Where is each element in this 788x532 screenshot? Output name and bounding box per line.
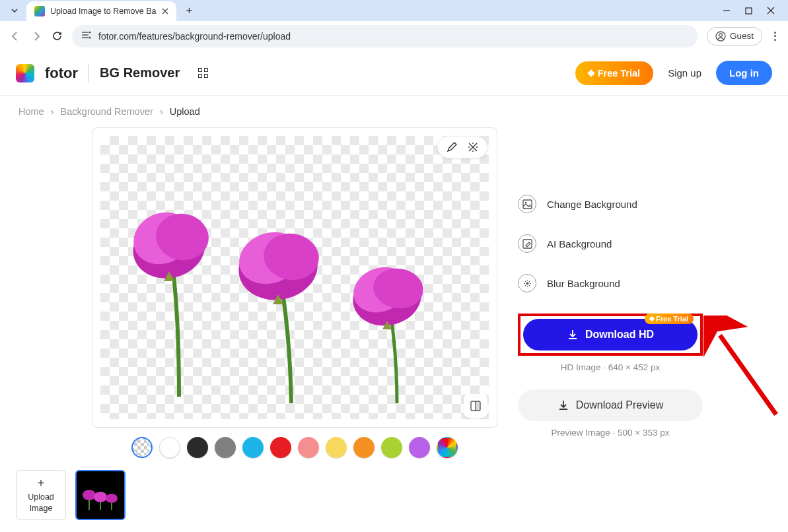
new-tab-button[interactable]: + xyxy=(180,1,199,20)
download-hd-button[interactable]: Download HD Free Trial xyxy=(523,319,698,350)
chevron-right-icon: › xyxy=(160,106,163,117)
canvas-tools xyxy=(437,136,487,158)
fotor-logo-icon[interactable] xyxy=(16,64,34,83)
diamond-icon xyxy=(649,316,655,321)
breadcrumb-current: Upload xyxy=(170,106,200,117)
signup-link[interactable]: Sign up xyxy=(668,67,701,79)
color-swatch[interactable] xyxy=(215,437,236,458)
result-image xyxy=(100,136,489,419)
browser-tab[interactable]: Upload Image to Remove Ba xyxy=(26,1,176,21)
svg-rect-15 xyxy=(476,401,480,411)
browser-toolbar: fotor.com/features/background-remover/up… xyxy=(0,21,788,51)
blur-icon xyxy=(518,274,536,292)
diamond-icon xyxy=(587,69,594,77)
color-swatch[interactable] xyxy=(159,437,180,458)
tab-close-icon[interactable] xyxy=(162,8,168,15)
apps-grid-icon[interactable] xyxy=(198,68,208,78)
free-trial-label: Free Trial xyxy=(598,68,640,79)
back-button[interactable] xyxy=(9,30,21,42)
favicon-icon xyxy=(34,6,45,17)
svg-point-21 xyxy=(530,283,531,284)
download-preview-button[interactable]: Download Preview xyxy=(518,389,703,421)
svg-point-22 xyxy=(526,280,528,281)
minimize-icon[interactable] xyxy=(723,7,731,15)
svg-point-29 xyxy=(83,490,96,500)
color-swatch[interactable] xyxy=(298,437,319,458)
address-bar[interactable]: fotor.com/features/background-remover/up… xyxy=(72,25,698,48)
app-header: fotor BG Remover Free Trial Sign up Log … xyxy=(0,51,788,96)
color-swatch[interactable] xyxy=(409,437,430,458)
download-preview-label: Download Preview xyxy=(576,399,664,411)
download-hd-highlight: Download HD Free Trial xyxy=(518,314,703,356)
browser-menu-icon[interactable] xyxy=(771,29,779,44)
breadcrumb: Home › Background Remover › Upload xyxy=(0,96,788,127)
svg-point-26 xyxy=(524,284,526,286)
chevron-right-icon: › xyxy=(51,106,54,117)
color-swatch[interactable] xyxy=(353,437,375,458)
tab-list-dropdown[interactable] xyxy=(5,3,24,18)
color-swatch[interactable] xyxy=(242,437,264,458)
color-swatch[interactable] xyxy=(187,437,208,458)
reload-button[interactable] xyxy=(52,30,63,42)
option-label: AI Background xyxy=(547,238,612,249)
svg-point-4 xyxy=(719,33,723,36)
image-icon xyxy=(518,195,536,213)
maximize-icon[interactable] xyxy=(745,7,752,15)
site-settings-icon[interactable] xyxy=(81,30,92,42)
blur-background-option[interactable]: Blur Background xyxy=(518,274,703,292)
option-label: Blur Background xyxy=(547,278,620,289)
svg-point-19 xyxy=(526,282,528,284)
image-thumbnail[interactable] xyxy=(75,470,125,520)
free-trial-badge: Free Trial xyxy=(645,314,694,324)
image-canvas[interactable] xyxy=(92,127,497,428)
free-trial-button[interactable]: Free Trial xyxy=(575,61,653,85)
profile-button[interactable]: Guest xyxy=(707,27,762,46)
svg-rect-0 xyxy=(746,8,752,14)
color-swatch[interactable] xyxy=(131,437,153,458)
color-swatch[interactable] xyxy=(437,437,458,458)
upload-image-button[interactable]: + Upload Image xyxy=(16,470,66,520)
brand-name: fotor xyxy=(45,65,78,82)
svg-point-27 xyxy=(528,284,530,286)
svg-point-17 xyxy=(524,201,526,203)
close-window-icon[interactable] xyxy=(767,7,775,15)
color-swatch[interactable] xyxy=(270,437,291,458)
breadcrumb-home[interactable]: Home xyxy=(18,106,44,117)
tab-title: Upload Image to Remove Ba xyxy=(50,7,157,16)
url-text: fotor.com/features/background-remover/up… xyxy=(98,31,291,42)
thumbnails: + Upload Image xyxy=(16,470,125,520)
brush-tool-icon[interactable] xyxy=(446,141,458,153)
window-controls xyxy=(723,7,783,15)
upload-label: Upload Image xyxy=(17,492,65,514)
svg-point-20 xyxy=(524,283,525,284)
svg-point-31 xyxy=(106,494,118,503)
svg-point-25 xyxy=(528,281,530,282)
preview-info-text: Preview Image · 500 × 353 px xyxy=(518,428,703,438)
magic-tool-icon[interactable] xyxy=(467,141,479,153)
color-swatch[interactable] xyxy=(381,437,402,458)
svg-point-24 xyxy=(524,281,526,282)
ai-background-option[interactable]: AI Background xyxy=(518,234,703,253)
browser-tab-bar: Upload Image to Remove Ba + xyxy=(0,0,788,21)
download-hd-label: Download HD xyxy=(585,329,654,341)
svg-rect-16 xyxy=(523,200,532,209)
page-title: BG Remover xyxy=(100,65,180,81)
svg-point-23 xyxy=(526,286,528,287)
plus-icon: + xyxy=(38,477,45,490)
side-panel: Change Background AI Background Blur Bac… xyxy=(518,127,703,458)
svg-point-30 xyxy=(94,492,107,502)
svg-point-1 xyxy=(89,32,91,34)
edit-icon xyxy=(518,234,536,253)
canvas-area xyxy=(16,127,498,458)
login-button[interactable]: Log in xyxy=(716,61,772,85)
divider xyxy=(89,64,89,83)
hd-info-text: HD Image · 640 × 452 px xyxy=(518,362,703,372)
compare-button[interactable] xyxy=(464,394,487,418)
forward-button[interactable] xyxy=(30,30,42,42)
option-label: Change Background xyxy=(547,199,637,210)
breadcrumb-section[interactable]: Background Remover xyxy=(61,106,153,117)
color-swatches xyxy=(92,437,497,458)
change-background-option[interactable]: Change Background xyxy=(518,195,703,213)
color-swatch[interactable] xyxy=(326,437,347,458)
svg-point-2 xyxy=(89,37,91,39)
